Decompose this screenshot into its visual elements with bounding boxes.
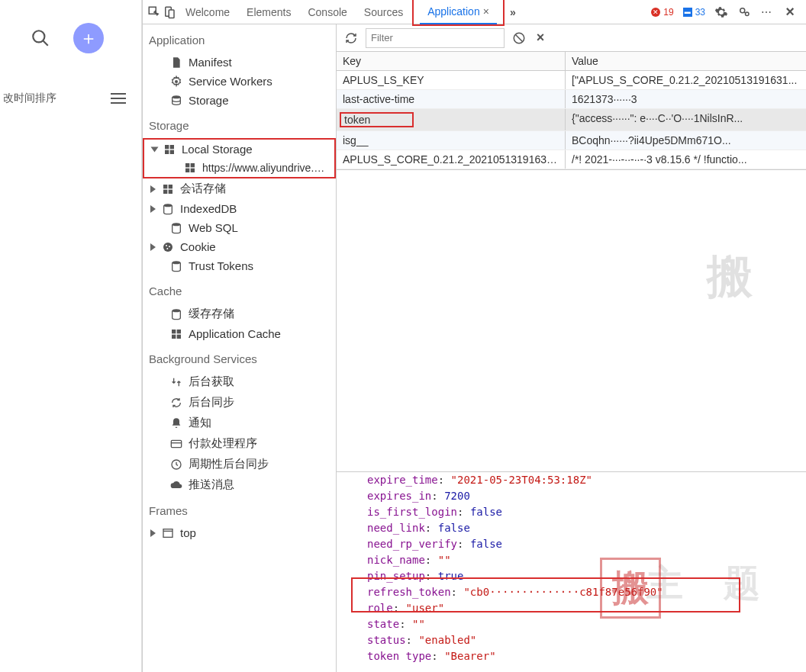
svg-rect-31 — [172, 334, 176, 338]
sidebar-app-cache[interactable]: Application Cache — [143, 324, 336, 343]
chevron-right-icon — [150, 243, 156, 251]
json-property: refresh_token: "cb0··············c81f87e… — [367, 584, 806, 600]
svg-line-39 — [516, 34, 523, 41]
card-icon — [170, 438, 182, 450]
device-toggle-icon[interactable] — [163, 5, 176, 19]
tab-application[interactable]: Application× — [420, 0, 497, 24]
table-row[interactable]: APLUS_S_CORE_0.21.2_20210513191631_2.../… — [337, 150, 806, 169]
json-property: role: "user" — [367, 600, 806, 616]
refresh-icon[interactable] — [344, 31, 358, 45]
application-sidebar: Application Manifest Service Workers Sto… — [143, 24, 337, 672]
svg-rect-13 — [185, 163, 189, 167]
tab-console[interactable]: Console — [300, 0, 354, 24]
tab-welcome[interactable]: Welcome — [178, 0, 237, 24]
storage-toolbar: × — [337, 24, 806, 52]
svg-point-27 — [172, 261, 181, 264]
sidebar-manifest[interactable]: Manifest — [143, 53, 336, 72]
sidebar-origin[interactable]: https://www.aliyundrive.com — [144, 159, 334, 177]
svg-point-28 — [172, 309, 181, 312]
sidebar-top-frame[interactable]: top — [143, 523, 336, 542]
grid-icon — [162, 183, 174, 195]
warning-count[interactable]: ▬33 — [683, 7, 705, 18]
svg-rect-9 — [165, 145, 169, 149]
svg-rect-10 — [170, 145, 174, 149]
sort-label[interactable]: 改时间排序 — [3, 92, 56, 105]
json-property: expire_time: "2021-05-23T04:53:18Z" — [367, 472, 806, 488]
svg-rect-17 — [163, 185, 167, 188]
sidebar-session-storage[interactable]: 会话存储 — [143, 178, 336, 199]
sidebar-websql[interactable]: Web SQL — [143, 218, 336, 237]
more-tabs-icon[interactable]: » — [506, 5, 520, 19]
settings-icon[interactable] — [714, 5, 728, 19]
grid-icon — [184, 162, 196, 174]
svg-point-21 — [164, 204, 172, 207]
sidebar-periodic-sync[interactable]: 周期性后台同步 — [143, 454, 336, 474]
svg-point-7 — [175, 80, 178, 83]
sidebar-service-workers[interactable]: Service Workers — [143, 72, 336, 91]
json-property: is_first_login: false — [367, 504, 806, 520]
watermark-text: 搬 — [707, 246, 760, 308]
sidebar-cookie[interactable]: Cookie — [143, 237, 336, 256]
sidebar-local-storage[interactable]: Local Storage — [144, 140, 334, 159]
clear-icon[interactable] — [512, 31, 526, 45]
group-bg-services: Background Services — [143, 343, 336, 371]
table-header: Key Value — [337, 52, 806, 71]
header-key[interactable]: Key — [337, 52, 566, 70]
svg-line-1 — [43, 40, 48, 46]
filter-input[interactable] — [366, 28, 505, 48]
group-frames: Frames — [143, 495, 336, 523]
close-devtools-icon[interactable]: × — [783, 5, 797, 19]
sidebar-cache-storage[interactable]: 缓存存储 — [143, 304, 336, 324]
more-icon[interactable]: ⋯ — [760, 5, 774, 19]
sidebar-indexeddb[interactable]: IndexedDB — [143, 199, 336, 218]
sidebar-push[interactable]: 推送消息 — [143, 474, 336, 495]
database-icon — [170, 308, 182, 320]
table-row[interactable]: isg__BCoqhn······?ii4Upe5DMm671O... — [337, 131, 806, 150]
window-icon — [162, 527, 174, 539]
chevron-right-icon — [150, 205, 156, 213]
search-icon[interactable] — [31, 28, 50, 48]
sidebar-bg-fetch[interactable]: 后台获取 — [143, 371, 336, 392]
svg-point-0 — [33, 31, 44, 42]
table-row[interactable]: token{"access······": e····C··'O····1Nil… — [337, 109, 806, 131]
close-icon[interactable]: × — [483, 5, 489, 18]
svg-rect-4 — [169, 10, 174, 18]
add-button[interactable]: ＋ — [73, 23, 104, 53]
json-property: need_link: false — [367, 520, 806, 536]
group-application: Application — [143, 24, 336, 53]
sidebar-notifications[interactable]: 通知 — [143, 413, 336, 433]
table-empty-area: 搬 — [337, 170, 806, 472]
feedback-icon[interactable] — [737, 5, 751, 19]
svg-rect-19 — [163, 189, 167, 193]
svg-rect-16 — [191, 169, 195, 172]
table-row[interactable]: last-active-time1621373······3 — [337, 90, 806, 109]
gear-icon — [170, 76, 182, 88]
group-cache: Cache — [143, 275, 336, 304]
table-row[interactable]: APLUS_LS_KEY["APLUS_S_CORE_0.21.2_202105… — [337, 71, 806, 90]
header-value[interactable]: Value — [566, 52, 806, 70]
svg-point-24 — [166, 245, 167, 246]
delete-icon[interactable]: × — [534, 31, 547, 45]
json-property: state: "" — [367, 616, 806, 632]
svg-rect-18 — [169, 185, 172, 188]
sidebar-bg-sync[interactable]: 后台同步 — [143, 392, 336, 413]
json-property: pin_setup: true — [367, 568, 806, 584]
menu-icon[interactable] — [111, 93, 126, 104]
svg-rect-20 — [169, 189, 172, 193]
sidebar-trust-tokens[interactable]: Trust Tokens — [143, 256, 336, 275]
database-icon — [170, 222, 182, 234]
error-count[interactable]: ✕19 — [651, 7, 673, 18]
inspect-icon[interactable] — [147, 5, 161, 19]
clock-icon — [170, 458, 182, 471]
tab-sources[interactable]: Sources — [356, 0, 411, 24]
sidebar-storage[interactable]: Storage — [143, 91, 336, 110]
tab-elements[interactable]: Elements — [239, 0, 298, 24]
svg-point-25 — [169, 246, 170, 247]
database-icon — [162, 203, 174, 215]
transfer-icon — [170, 376, 182, 388]
sidebar-payment[interactable]: 付款处理程序 — [143, 433, 336, 454]
svg-rect-29 — [172, 330, 176, 333]
svg-point-23 — [163, 243, 172, 252]
host-app-column: ＋ 改时间排序 — [0, 0, 142, 672]
json-property: nick_name: "" — [367, 552, 806, 568]
